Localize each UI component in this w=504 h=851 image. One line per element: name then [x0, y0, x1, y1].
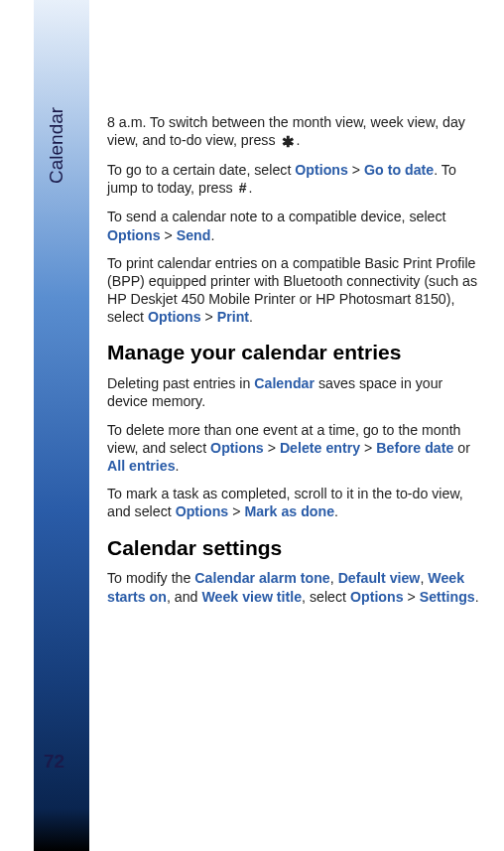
text: >	[264, 440, 280, 456]
default-view-link: Default view	[338, 570, 421, 586]
text: .	[334, 503, 338, 519]
text: >	[360, 440, 376, 456]
send-link: Send	[177, 227, 211, 243]
text: .	[248, 180, 252, 196]
settings-link: Settings	[420, 589, 475, 605]
para-print: To print calendar entries on a compatibl…	[107, 254, 484, 327]
asterisk-key-icon: ✱	[280, 132, 297, 151]
options-link: Options	[176, 503, 229, 519]
text: , select	[302, 589, 350, 605]
week-title-link: Week view title	[201, 589, 302, 605]
hash-key-icon: #	[237, 180, 249, 198]
text: or	[453, 440, 470, 456]
text: To send a calendar note to a compatible …	[107, 209, 446, 224]
text: >	[201, 309, 217, 325]
options-link: Options	[210, 440, 264, 456]
para-goto-date: To go to a certain date, select Options …	[107, 161, 484, 198]
text: >	[348, 162, 364, 178]
all-entries-link: All entries	[107, 458, 176, 474]
text: , and	[167, 589, 202, 605]
sidebar-left-margin	[0, 0, 34, 851]
section-label: Calendar	[46, 107, 67, 184]
heading-manage-entries: Manage your calendar entries	[107, 340, 484, 366]
para-mark-done: To mark a task as completed, scroll to i…	[107, 485, 484, 520]
text: ,	[330, 570, 338, 586]
text: >	[161, 227, 177, 243]
para-delete-multi: To delete more than one event at a time,…	[107, 421, 484, 476]
calendar-link: Calendar	[254, 375, 315, 391]
text: .	[297, 132, 301, 148]
options-link: Options	[148, 309, 201, 325]
text: .	[475, 589, 479, 605]
goto-date-link: Go to date	[364, 162, 434, 178]
options-link: Options	[107, 227, 161, 243]
mark-done-link: Mark as done	[244, 503, 334, 519]
options-link: Options	[350, 589, 404, 605]
before-date-link: Before date	[376, 440, 453, 456]
para-settings: To modify the Calendar alarm tone, Defau…	[107, 569, 484, 605]
text: .	[176, 458, 180, 474]
text: To modify the	[107, 570, 194, 586]
para-delete-past: Deleting past entries in Calendar saves …	[107, 374, 484, 410]
text: >	[404, 589, 420, 605]
para-view-switch: 8 a.m. To switch between the month view,…	[107, 113, 484, 151]
print-link: Print	[217, 309, 249, 325]
page-number: 72	[44, 751, 64, 773]
text: .	[210, 227, 214, 243]
text: To go to a certain date, select	[107, 162, 295, 178]
delete-entry-link: Delete entry	[280, 440, 360, 456]
para-send-note: To send a calendar note to a compatible …	[107, 208, 484, 243]
page-content: 8 a.m. To switch between the month view,…	[107, 113, 484, 616]
text: >	[228, 503, 244, 519]
options-link: Options	[295, 162, 348, 178]
text: .	[249, 309, 253, 325]
alarm-tone-link: Calendar alarm tone	[194, 570, 329, 586]
text: Deleting past entries in	[107, 375, 254, 391]
heading-calendar-settings: Calendar settings	[107, 535, 484, 562]
